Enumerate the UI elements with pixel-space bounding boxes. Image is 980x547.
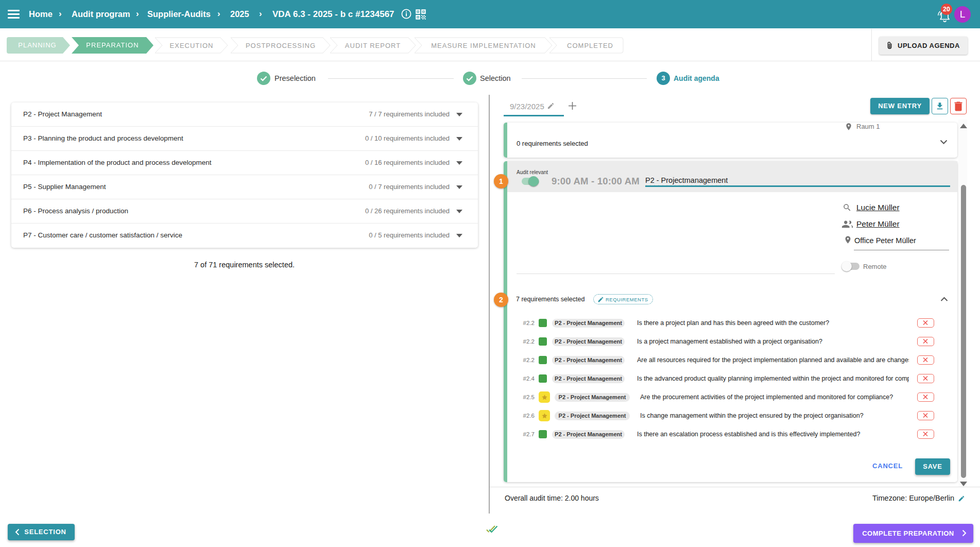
svg-text:COMPLETED: COMPLETED bbox=[567, 42, 613, 49]
svg-text:MEASURE IMPLEMENTATION: MEASURE IMPLEMENTATION bbox=[431, 42, 536, 49]
svg-text:AUDIT REPORT: AUDIT REPORT bbox=[345, 42, 401, 49]
svg-text:POSTPROCESSING: POSTPROCESSING bbox=[246, 42, 316, 49]
svg-text:EXECUTION: EXECUTION bbox=[170, 42, 214, 49]
